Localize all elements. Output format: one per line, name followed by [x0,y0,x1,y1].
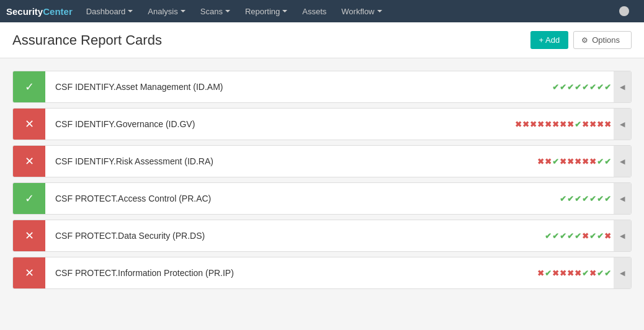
indicator-dot: ✖ [552,120,559,129]
indicator-dot: ✖ [567,269,574,278]
indicator-dot: ✖ [589,120,596,129]
status-icon-fail: ✕ [13,145,45,177]
options-label: Options [592,35,620,45]
arc-name: CSF PROTECT.Data Security (PR.DS) [45,231,545,241]
indicator-dot: ✖ [537,157,544,166]
arc-name: CSF PROTECT.Information Protection (PR.I… [45,268,537,278]
status-icon-pass: ✓ [13,182,45,215]
arc-indicators: ✔✔✔✔✔✖✔✔✖ [545,231,611,241]
status-icon-fail: ✕ [13,257,45,289]
indicator-dot: ✔ [597,194,604,203]
navbar: SecurityCenter Dashboard Analysis Scans … [0,0,644,22]
nav-label-dashboard: Dashboard [86,7,126,16]
indicator-dot: ✔ [597,82,604,92]
arc-name: CSF IDENTIFY.Risk Assessment (ID.RA) [45,156,537,166]
indicator-dot: ✔ [604,269,611,278]
indicator-dot: ✔ [552,82,559,92]
indicator-dot: ✖ [560,269,566,278]
arc-item: ✓ CSF PROTECT.Access Control (PR.AC) ✔✔✔… [12,182,632,215]
header-actions: + Add ⚙ Options [530,31,632,49]
chevron-down-icon [377,10,382,12]
indicator-dot: ✔ [589,194,596,203]
indicator-dot: ✔ [575,82,581,92]
user-menu[interactable] [613,0,638,22]
nav-label-assets: Assets [302,7,326,16]
indicator-dot: ✔ [575,120,581,129]
arc-expand-button[interactable]: ◀ [614,220,631,252]
brand: SecurityCenter [6,6,73,17]
indicator-dot: ✖ [537,269,544,278]
status-icon-pass: ✓ [13,71,45,103]
indicator-dot: ✖ [522,120,529,129]
arc-expand-button[interactable]: ◀ [614,71,631,103]
indicator-dot: ✔ [567,82,574,92]
indicator-dot: ✖ [582,120,589,129]
indicator-dot: ✔ [560,194,566,203]
arc-expand-button[interactable]: ◀ [614,145,631,177]
indicator-dot: ✔ [582,82,589,92]
indicator-dot: ✖ [552,269,559,278]
status-icon-fail: ✕ [13,220,45,252]
indicator-dot: ✔ [545,231,552,241]
indicator-dot: ✔ [582,194,589,203]
indicator-dot: ✖ [515,120,522,129]
nav-item-analysis[interactable]: Analysis [140,0,192,22]
arc-expand-button[interactable]: ◀ [614,182,631,215]
indicator-dot: ✔ [597,269,604,278]
chevron-down-icon [282,10,287,12]
indicator-dot: ✔ [575,231,581,241]
indicator-dot: ✔ [552,231,559,241]
arc-name: CSF PROTECT.Access Control (PR.AC) [45,194,560,203]
nav-item-workflow[interactable]: Workflow [334,0,389,22]
nav-item-assets[interactable]: Assets [295,0,334,22]
nav-item-scans[interactable]: Scans [193,0,238,22]
indicator-dot: ✖ [567,157,574,166]
arc-item: ✕ CSF PROTECT.Information Protection (PR… [12,257,632,289]
indicator-dot: ✖ [567,120,574,129]
indicator-dot: ✔ [582,269,589,278]
arc-expand-button[interactable]: ◀ [614,257,631,289]
indicator-dot: ✖ [575,157,581,166]
indicator-dot: ✖ [582,157,589,166]
add-button[interactable]: + Add [530,31,569,49]
gear-icon: ⚙ [581,36,588,45]
indicator-dot: ✔ [597,157,604,166]
indicator-dot: ✔ [597,231,604,241]
indicator-dot: ✔ [560,231,566,241]
chevron-down-icon [181,10,186,12]
indicator-dot: ✔ [575,194,581,203]
arc-expand-button[interactable]: ◀ [614,108,631,140]
indicator-dot: ✖ [604,231,611,241]
indicator-dot: ✔ [604,194,611,203]
arc-indicators: ✔✔✔✔✔✔✔✔ [552,82,611,92]
nav-label-scans: Scans [200,7,223,16]
indicator-dot: ✖ [545,157,552,166]
nav-label-reporting: Reporting [245,7,280,16]
nav-item-dashboard[interactable]: Dashboard [79,0,141,22]
indicator-dot: ✔ [552,157,559,166]
indicator-dot: ✖ [530,120,537,129]
nav-right [613,0,638,22]
arc-item: ✓ CSF IDENTIFY.Asset Management (ID.AM) … [12,71,632,103]
arc-name: CSF IDENTIFY.Asset Management (ID.AM) [45,82,552,92]
nav-item-reporting[interactable]: Reporting [238,0,295,22]
nav-label-analysis: Analysis [148,7,177,16]
main-content: ✓ CSF IDENTIFY.Asset Management (ID.AM) … [0,58,644,301]
chevron-down-icon [225,10,230,12]
arc-item: ✕ CSF IDENTIFY.Risk Assessment (ID.RA) ✖… [12,145,632,177]
indicator-dot: ✖ [589,269,596,278]
arc-list: ✓ CSF IDENTIFY.Asset Management (ID.AM) … [12,71,632,289]
indicator-dot: ✖ [575,269,581,278]
options-button[interactable]: ⚙ Options [573,31,632,49]
indicator-dot: ✖ [545,120,552,129]
indicator-dot: ✔ [567,231,574,241]
arc-indicators: ✖✖✔✖✖✖✖✖✔✔ [537,157,611,166]
indicator-dot: ✔ [567,194,574,203]
indicator-dot: ✔ [589,231,596,241]
page-title: Assurance Report Cards [12,32,162,48]
arc-indicators: ✖✔✖✖✖✖✔✖✔✔ [537,269,611,278]
indicator-dot: ✔ [545,269,552,278]
indicator-dot: ✖ [560,157,566,166]
indicator-dot: ✖ [560,120,566,129]
arc-name: CSF IDENTIFY.Governance (ID.GV) [45,119,515,129]
